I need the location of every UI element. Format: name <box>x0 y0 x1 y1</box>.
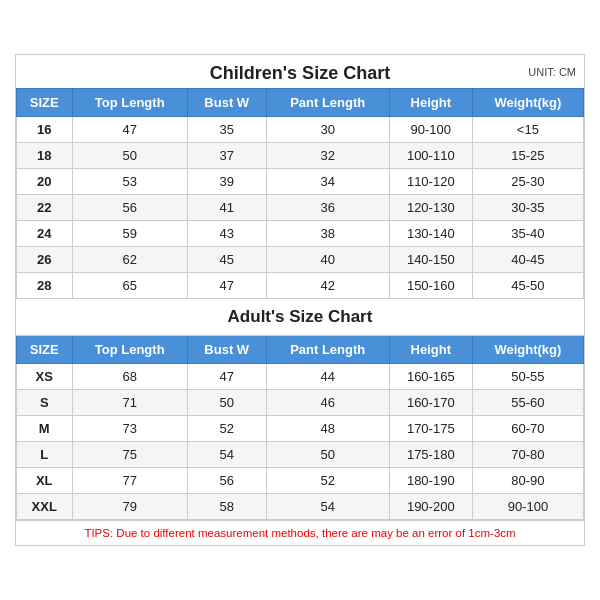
table-cell: 80-90 <box>472 468 583 494</box>
col-top-length: Top Length <box>72 89 187 117</box>
children-size-table: SIZE Top Length Bust W Pant Length Heigh… <box>16 88 584 520</box>
table-cell: 41 <box>187 195 266 221</box>
col-size: SIZE <box>17 89 73 117</box>
table-row: XS684744160-16550-55 <box>17 364 584 390</box>
col-weight: Weight(kg) <box>472 89 583 117</box>
table-cell: 77 <box>72 468 187 494</box>
table-cell: 15-25 <box>472 143 583 169</box>
table-cell: 140-150 <box>389 247 472 273</box>
table-cell: 190-200 <box>389 494 472 520</box>
table-cell: 44 <box>266 364 389 390</box>
table-cell: 110-120 <box>389 169 472 195</box>
col-bust-w: Bust W <box>187 89 266 117</box>
table-cell: 18 <box>17 143 73 169</box>
tips-text: TIPS: Due to different measurement metho… <box>16 520 584 545</box>
table-cell: 50-55 <box>472 364 583 390</box>
table-cell: 42 <box>266 273 389 299</box>
table-cell: 50 <box>187 390 266 416</box>
table-cell: 35 <box>187 117 266 143</box>
table-cell: XL <box>17 468 73 494</box>
table-cell: 36 <box>266 195 389 221</box>
table-cell: 130-140 <box>389 221 472 247</box>
table-cell: 45-50 <box>472 273 583 299</box>
table-cell: 68 <box>72 364 187 390</box>
table-cell: 52 <box>266 468 389 494</box>
table-cell: 54 <box>266 494 389 520</box>
table-cell: 30 <box>266 117 389 143</box>
children-chart-title: Children's Size Chart <box>210 63 390 83</box>
table-cell: 22 <box>17 195 73 221</box>
table-cell: 100-110 <box>389 143 472 169</box>
table-cell: 34 <box>266 169 389 195</box>
table-cell: 26 <box>17 247 73 273</box>
table-cell: 58 <box>187 494 266 520</box>
table-cell: 32 <box>266 143 389 169</box>
table-row: 28654742150-16045-50 <box>17 273 584 299</box>
table-cell: 24 <box>17 221 73 247</box>
table-cell: 73 <box>72 416 187 442</box>
table-cell: 28 <box>17 273 73 299</box>
unit-label: UNIT: CM <box>528 66 576 78</box>
table-cell: 46 <box>266 390 389 416</box>
table-cell: 45 <box>187 247 266 273</box>
table-cell: 47 <box>187 273 266 299</box>
table-cell: 47 <box>187 364 266 390</box>
table-cell: 90-100 <box>472 494 583 520</box>
table-cell: 39 <box>187 169 266 195</box>
table-cell: 20 <box>17 169 73 195</box>
table-cell: 55-60 <box>472 390 583 416</box>
table-cell: 38 <box>266 221 389 247</box>
table-cell: 54 <box>187 442 266 468</box>
table-cell: 180-190 <box>389 468 472 494</box>
table-cell: 60-70 <box>472 416 583 442</box>
table-row: 22564136120-13030-35 <box>17 195 584 221</box>
adult-col-weight: Weight(kg) <box>472 336 583 364</box>
adult-col-pant-length: Pant Length <box>266 336 389 364</box>
table-cell: 170-175 <box>389 416 472 442</box>
adult-col-top-length: Top Length <box>72 336 187 364</box>
table-row: 1647353090-100<15 <box>17 117 584 143</box>
size-chart-container: Children's Size Chart UNIT: CM SIZE Top … <box>15 54 585 546</box>
col-height: Height <box>389 89 472 117</box>
table-cell: 56 <box>187 468 266 494</box>
table-cell: 43 <box>187 221 266 247</box>
table-row: 20533934110-12025-30 <box>17 169 584 195</box>
table-cell: 16 <box>17 117 73 143</box>
table-cell: M <box>17 416 73 442</box>
table-row: XXL795854190-20090-100 <box>17 494 584 520</box>
table-cell: 53 <box>72 169 187 195</box>
table-row: XL775652180-19080-90 <box>17 468 584 494</box>
col-pant-length: Pant Length <box>266 89 389 117</box>
children-title-row: Children's Size Chart UNIT: CM <box>16 55 584 88</box>
adult-chart-title: Adult's Size Chart <box>17 299 584 336</box>
table-cell: 79 <box>72 494 187 520</box>
table-row: 26624540140-15040-45 <box>17 247 584 273</box>
table-row: M735248170-17560-70 <box>17 416 584 442</box>
table-cell: 52 <box>187 416 266 442</box>
table-cell: 71 <box>72 390 187 416</box>
table-cell: 50 <box>266 442 389 468</box>
table-cell: 160-170 <box>389 390 472 416</box>
adult-title-row: Adult's Size Chart <box>17 299 584 336</box>
table-row: S715046160-17055-60 <box>17 390 584 416</box>
table-row: L755450175-18070-80 <box>17 442 584 468</box>
table-cell: 30-35 <box>472 195 583 221</box>
table-cell: 56 <box>72 195 187 221</box>
table-cell: 120-130 <box>389 195 472 221</box>
table-cell: XS <box>17 364 73 390</box>
adult-col-bust-w: Bust W <box>187 336 266 364</box>
table-cell: 175-180 <box>389 442 472 468</box>
table-cell: 50 <box>72 143 187 169</box>
table-cell: 150-160 <box>389 273 472 299</box>
table-cell: 160-165 <box>389 364 472 390</box>
table-cell: 90-100 <box>389 117 472 143</box>
table-cell: 48 <box>266 416 389 442</box>
adult-header-row: SIZE Top Length Bust W Pant Length Heigh… <box>17 336 584 364</box>
table-cell: 40 <box>266 247 389 273</box>
table-cell: 75 <box>72 442 187 468</box>
adult-col-height: Height <box>389 336 472 364</box>
table-cell: L <box>17 442 73 468</box>
table-cell: 40-45 <box>472 247 583 273</box>
table-cell: 25-30 <box>472 169 583 195</box>
table-cell: 70-80 <box>472 442 583 468</box>
